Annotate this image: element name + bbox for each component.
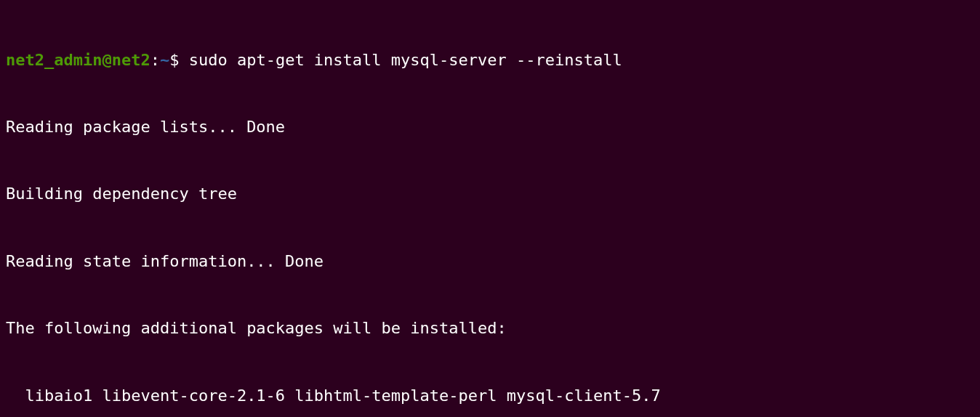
prompt-path: ~ xyxy=(160,51,169,69)
output-building-tree: Building dependency tree xyxy=(6,183,974,206)
prompt-at: @ xyxy=(102,51,111,69)
output-additional-header: The following additional packages will b… xyxy=(6,317,974,340)
output-additional-packages-1: libaio1 libevent-core-2.1-6 libhtml-temp… xyxy=(6,385,974,408)
prompt-dollar: $ xyxy=(169,51,179,69)
output-reading-packages: Reading package lists... Done xyxy=(6,116,974,139)
prompt-line: net2_admin@net2:~$ sudo apt-get install … xyxy=(6,49,974,72)
command-text: sudo apt-get install mysql-server --rein… xyxy=(179,51,622,69)
output-reading-state: Reading state information... Done xyxy=(6,251,974,273)
prompt-colon: : xyxy=(150,51,160,69)
terminal-window[interactable]: net2_admin@net2:~$ sudo apt-get install … xyxy=(6,4,974,417)
prompt-user: net2_admin xyxy=(6,51,102,69)
prompt-host: net2 xyxy=(112,51,150,69)
